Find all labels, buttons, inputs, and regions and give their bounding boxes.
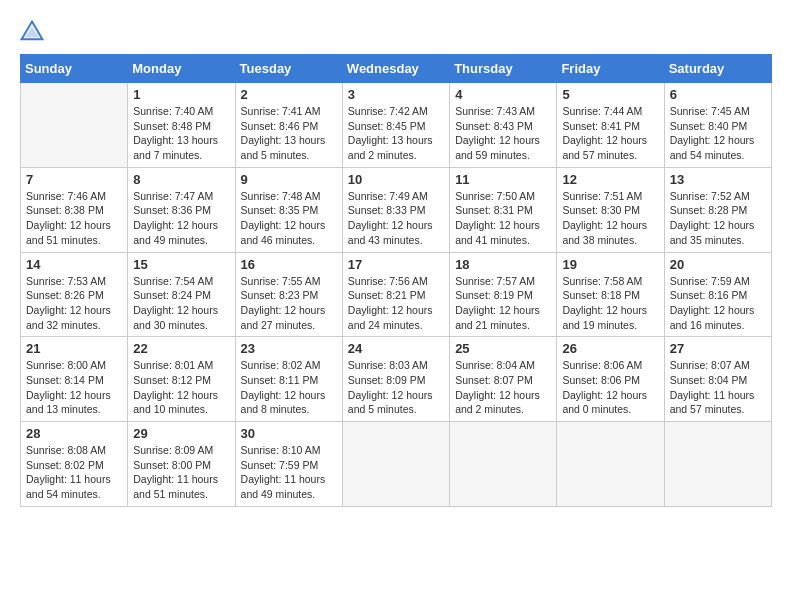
day-number: 26	[562, 341, 658, 356]
day-info: Sunrise: 8:02 AM Sunset: 8:11 PM Dayligh…	[241, 358, 337, 417]
day-info: Sunrise: 7:56 AM Sunset: 8:21 PM Dayligh…	[348, 274, 444, 333]
calendar-cell: 5Sunrise: 7:44 AM Sunset: 8:41 PM Daylig…	[557, 83, 664, 168]
day-number: 21	[26, 341, 122, 356]
day-info: Sunrise: 7:54 AM Sunset: 8:24 PM Dayligh…	[133, 274, 229, 333]
calendar-cell: 14Sunrise: 7:53 AM Sunset: 8:26 PM Dayli…	[21, 252, 128, 337]
day-info: Sunrise: 7:51 AM Sunset: 8:30 PM Dayligh…	[562, 189, 658, 248]
calendar-cell: 12Sunrise: 7:51 AM Sunset: 8:30 PM Dayli…	[557, 167, 664, 252]
week-row-1: 7Sunrise: 7:46 AM Sunset: 8:38 PM Daylig…	[21, 167, 772, 252]
day-number: 24	[348, 341, 444, 356]
day-info: Sunrise: 7:45 AM Sunset: 8:40 PM Dayligh…	[670, 104, 766, 163]
week-row-2: 14Sunrise: 7:53 AM Sunset: 8:26 PM Dayli…	[21, 252, 772, 337]
day-number: 3	[348, 87, 444, 102]
day-info: Sunrise: 8:03 AM Sunset: 8:09 PM Dayligh…	[348, 358, 444, 417]
day-info: Sunrise: 7:42 AM Sunset: 8:45 PM Dayligh…	[348, 104, 444, 163]
day-number: 15	[133, 257, 229, 272]
day-info: Sunrise: 7:48 AM Sunset: 8:35 PM Dayligh…	[241, 189, 337, 248]
calendar-cell: 13Sunrise: 7:52 AM Sunset: 8:28 PM Dayli…	[664, 167, 771, 252]
day-number: 5	[562, 87, 658, 102]
calendar-cell: 11Sunrise: 7:50 AM Sunset: 8:31 PM Dayli…	[450, 167, 557, 252]
calendar-cell: 6Sunrise: 7:45 AM Sunset: 8:40 PM Daylig…	[664, 83, 771, 168]
weekday-header-friday: Friday	[557, 55, 664, 83]
day-number: 14	[26, 257, 122, 272]
day-number: 30	[241, 426, 337, 441]
calendar-cell: 21Sunrise: 8:00 AM Sunset: 8:14 PM Dayli…	[21, 337, 128, 422]
calendar-cell: 15Sunrise: 7:54 AM Sunset: 8:24 PM Dayli…	[128, 252, 235, 337]
weekday-header-tuesday: Tuesday	[235, 55, 342, 83]
calendar-cell: 3Sunrise: 7:42 AM Sunset: 8:45 PM Daylig…	[342, 83, 449, 168]
day-info: Sunrise: 7:57 AM Sunset: 8:19 PM Dayligh…	[455, 274, 551, 333]
calendar-cell: 2Sunrise: 7:41 AM Sunset: 8:46 PM Daylig…	[235, 83, 342, 168]
calendar-cell: 18Sunrise: 7:57 AM Sunset: 8:19 PM Dayli…	[450, 252, 557, 337]
day-info: Sunrise: 7:43 AM Sunset: 8:43 PM Dayligh…	[455, 104, 551, 163]
day-number: 22	[133, 341, 229, 356]
day-number: 23	[241, 341, 337, 356]
day-number: 27	[670, 341, 766, 356]
day-number: 6	[670, 87, 766, 102]
calendar-cell: 19Sunrise: 7:58 AM Sunset: 8:18 PM Dayli…	[557, 252, 664, 337]
calendar-cell	[557, 422, 664, 507]
day-info: Sunrise: 8:10 AM Sunset: 7:59 PM Dayligh…	[241, 443, 337, 502]
calendar-cell: 1Sunrise: 7:40 AM Sunset: 8:48 PM Daylig…	[128, 83, 235, 168]
calendar-table: SundayMondayTuesdayWednesdayThursdayFrid…	[20, 54, 772, 507]
calendar-cell	[664, 422, 771, 507]
day-info: Sunrise: 8:01 AM Sunset: 8:12 PM Dayligh…	[133, 358, 229, 417]
day-number: 16	[241, 257, 337, 272]
day-number: 1	[133, 87, 229, 102]
day-number: 20	[670, 257, 766, 272]
week-row-0: 1Sunrise: 7:40 AM Sunset: 8:48 PM Daylig…	[21, 83, 772, 168]
day-number: 7	[26, 172, 122, 187]
day-info: Sunrise: 7:49 AM Sunset: 8:33 PM Dayligh…	[348, 189, 444, 248]
week-row-4: 28Sunrise: 8:08 AM Sunset: 8:02 PM Dayli…	[21, 422, 772, 507]
day-info: Sunrise: 8:07 AM Sunset: 8:04 PM Dayligh…	[670, 358, 766, 417]
calendar-cell: 16Sunrise: 7:55 AM Sunset: 8:23 PM Dayli…	[235, 252, 342, 337]
week-row-3: 21Sunrise: 8:00 AM Sunset: 8:14 PM Dayli…	[21, 337, 772, 422]
day-info: Sunrise: 7:50 AM Sunset: 8:31 PM Dayligh…	[455, 189, 551, 248]
day-info: Sunrise: 8:04 AM Sunset: 8:07 PM Dayligh…	[455, 358, 551, 417]
day-info: Sunrise: 7:47 AM Sunset: 8:36 PM Dayligh…	[133, 189, 229, 248]
weekday-header-sunday: Sunday	[21, 55, 128, 83]
weekday-header-thursday: Thursday	[450, 55, 557, 83]
header	[20, 20, 772, 44]
day-number: 19	[562, 257, 658, 272]
day-info: Sunrise: 7:53 AM Sunset: 8:26 PM Dayligh…	[26, 274, 122, 333]
day-number: 4	[455, 87, 551, 102]
day-info: Sunrise: 7:44 AM Sunset: 8:41 PM Dayligh…	[562, 104, 658, 163]
weekday-header-row: SundayMondayTuesdayWednesdayThursdayFrid…	[21, 55, 772, 83]
calendar-cell: 17Sunrise: 7:56 AM Sunset: 8:21 PM Dayli…	[342, 252, 449, 337]
day-info: Sunrise: 8:00 AM Sunset: 8:14 PM Dayligh…	[26, 358, 122, 417]
day-info: Sunrise: 8:08 AM Sunset: 8:02 PM Dayligh…	[26, 443, 122, 502]
weekday-header-saturday: Saturday	[664, 55, 771, 83]
day-number: 28	[26, 426, 122, 441]
calendar-cell: 4Sunrise: 7:43 AM Sunset: 8:43 PM Daylig…	[450, 83, 557, 168]
calendar-cell: 20Sunrise: 7:59 AM Sunset: 8:16 PM Dayli…	[664, 252, 771, 337]
day-info: Sunrise: 8:09 AM Sunset: 8:00 PM Dayligh…	[133, 443, 229, 502]
calendar-cell	[342, 422, 449, 507]
calendar-cell: 24Sunrise: 8:03 AM Sunset: 8:09 PM Dayli…	[342, 337, 449, 422]
day-info: Sunrise: 7:55 AM Sunset: 8:23 PM Dayligh…	[241, 274, 337, 333]
day-number: 9	[241, 172, 337, 187]
day-number: 17	[348, 257, 444, 272]
day-info: Sunrise: 7:52 AM Sunset: 8:28 PM Dayligh…	[670, 189, 766, 248]
day-number: 12	[562, 172, 658, 187]
day-info: Sunrise: 7:58 AM Sunset: 8:18 PM Dayligh…	[562, 274, 658, 333]
calendar-cell: 7Sunrise: 7:46 AM Sunset: 8:38 PM Daylig…	[21, 167, 128, 252]
day-number: 25	[455, 341, 551, 356]
day-info: Sunrise: 7:46 AM Sunset: 8:38 PM Dayligh…	[26, 189, 122, 248]
day-info: Sunrise: 8:06 AM Sunset: 8:06 PM Dayligh…	[562, 358, 658, 417]
calendar-cell: 29Sunrise: 8:09 AM Sunset: 8:00 PM Dayli…	[128, 422, 235, 507]
weekday-header-wednesday: Wednesday	[342, 55, 449, 83]
calendar-cell	[450, 422, 557, 507]
logo	[20, 20, 48, 44]
calendar-cell	[21, 83, 128, 168]
weekday-header-monday: Monday	[128, 55, 235, 83]
calendar-cell: 9Sunrise: 7:48 AM Sunset: 8:35 PM Daylig…	[235, 167, 342, 252]
day-number: 18	[455, 257, 551, 272]
day-number: 29	[133, 426, 229, 441]
calendar-cell: 30Sunrise: 8:10 AM Sunset: 7:59 PM Dayli…	[235, 422, 342, 507]
day-number: 10	[348, 172, 444, 187]
day-number: 13	[670, 172, 766, 187]
calendar-cell: 28Sunrise: 8:08 AM Sunset: 8:02 PM Dayli…	[21, 422, 128, 507]
day-info: Sunrise: 7:59 AM Sunset: 8:16 PM Dayligh…	[670, 274, 766, 333]
calendar-cell: 10Sunrise: 7:49 AM Sunset: 8:33 PM Dayli…	[342, 167, 449, 252]
